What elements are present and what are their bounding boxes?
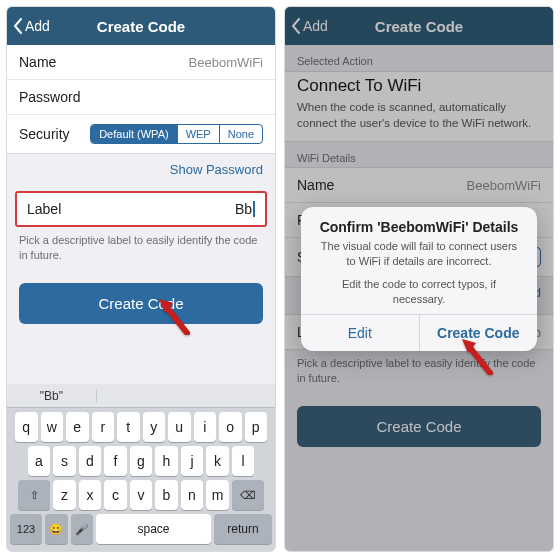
- return-key[interactable]: return: [214, 514, 272, 544]
- confirm-alert: Confirm 'BeebomWiFi' Details The visual …: [301, 207, 537, 351]
- alert-buttons: Edit Create Code: [301, 314, 537, 351]
- key-l[interactable]: l: [232, 446, 255, 476]
- show-password-link[interactable]: Show Password: [7, 154, 275, 185]
- emoji-key[interactable]: 😀: [45, 514, 68, 544]
- row-name[interactable]: Name BeebomWiFi: [7, 44, 275, 80]
- row-password[interactable]: Password: [7, 79, 275, 115]
- key-s[interactable]: s: [53, 446, 76, 476]
- right-screen: Add Create Code Selected Action Connect …: [284, 6, 554, 552]
- seg-wep[interactable]: WEP: [177, 125, 219, 143]
- label-input[interactable]: Label Bb: [15, 191, 267, 227]
- key-p[interactable]: p: [245, 412, 268, 442]
- label-hint: Pick a descriptive label to easily ident…: [7, 227, 275, 275]
- row-security: Security Default (WPA) WEP None: [7, 114, 275, 154]
- key-h[interactable]: h: [155, 446, 178, 476]
- seg-none[interactable]: None: [219, 125, 262, 143]
- delete-key[interactable]: ⌫: [232, 480, 264, 510]
- alert-edit-button[interactable]: Edit: [301, 315, 420, 351]
- key-t[interactable]: t: [117, 412, 140, 442]
- key-row-2: a s d f g h j k l: [10, 446, 272, 476]
- key-b[interactable]: b: [155, 480, 178, 510]
- key-k[interactable]: k: [206, 446, 229, 476]
- row-label: Security: [19, 126, 70, 142]
- security-segmented[interactable]: Default (WPA) WEP None: [90, 124, 263, 144]
- alert-title: Confirm 'BeebomWiFi' Details: [315, 219, 523, 235]
- key-n[interactable]: n: [181, 480, 204, 510]
- key-a[interactable]: a: [28, 446, 51, 476]
- key-g[interactable]: g: [130, 446, 153, 476]
- page-title: Create Code: [97, 18, 185, 35]
- back-button[interactable]: Add: [13, 18, 50, 34]
- row-label: Name: [19, 54, 56, 70]
- left-screen: Add Create Code Name BeebomWiFi Password…: [6, 6, 276, 552]
- key-d[interactable]: d: [79, 446, 102, 476]
- alert-create-button[interactable]: Create Code: [420, 315, 538, 351]
- key-q[interactable]: q: [15, 412, 38, 442]
- key-z[interactable]: z: [53, 480, 76, 510]
- label-field-label: Label: [27, 201, 61, 217]
- prediction-bar[interactable]: "Bb": [7, 384, 275, 408]
- key-row-4: 123 😀 🎤 space return: [10, 514, 272, 544]
- keyboard[interactable]: "Bb" q w e r t y u i o p a s d f g h j k…: [7, 384, 275, 551]
- back-label: Add: [25, 18, 50, 34]
- prediction[interactable]: "Bb": [7, 389, 97, 403]
- key-row-3: ⇧ z x c v b n m ⌫: [10, 480, 272, 510]
- key-v[interactable]: v: [130, 480, 153, 510]
- key-x[interactable]: x: [79, 480, 102, 510]
- wifi-rows: Name BeebomWiFi Password Security Defaul…: [7, 44, 275, 154]
- shift-key[interactable]: ⇧: [18, 480, 50, 510]
- mic-key[interactable]: 🎤: [71, 514, 94, 544]
- alert-line2: Edit the code to correct typos, if neces…: [317, 277, 521, 307]
- key-w[interactable]: w: [41, 412, 64, 442]
- key-i[interactable]: i: [194, 412, 217, 442]
- key-e[interactable]: e: [66, 412, 89, 442]
- key-u[interactable]: u: [168, 412, 191, 442]
- key-row-1: q w e r t y u i o p: [10, 412, 272, 442]
- key-y[interactable]: y: [143, 412, 166, 442]
- label-field-value: Bb: [235, 201, 255, 217]
- space-key[interactable]: space: [96, 514, 211, 544]
- navbar: Add Create Code: [7, 7, 275, 45]
- key-o[interactable]: o: [219, 412, 242, 442]
- seg-default[interactable]: Default (WPA): [91, 125, 176, 143]
- alert-line1: The visual code will fail to connect use…: [317, 239, 521, 269]
- row-value: BeebomWiFi: [189, 55, 263, 70]
- key-f[interactable]: f: [104, 446, 127, 476]
- key-m[interactable]: m: [206, 480, 229, 510]
- key-r[interactable]: r: [92, 412, 115, 442]
- numkey[interactable]: 123: [10, 514, 42, 544]
- create-code-button[interactable]: Create Code: [19, 283, 263, 324]
- row-label: Password: [19, 89, 80, 105]
- chevron-left-icon: [13, 18, 23, 34]
- key-c[interactable]: c: [104, 480, 127, 510]
- key-j[interactable]: j: [181, 446, 204, 476]
